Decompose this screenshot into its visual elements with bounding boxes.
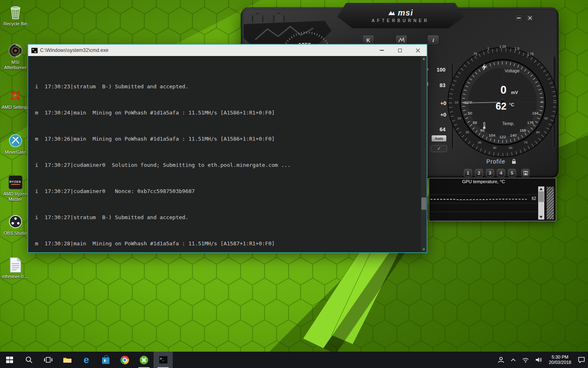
desktop-icon-amd-settings[interactable]: AMD Settings [0,88,31,110]
action-center-button[interactable] [575,352,588,368]
thermometer-icon [483,122,486,129]
profile-button-3[interactable]: 3 [486,169,494,177]
volume-button[interactable] [532,352,545,368]
system-tray: 5:30 PM 20/03/2018 [494,352,588,368]
gauge-scale-label: 32°F [464,100,472,105]
profile-button-4[interactable]: 4 [497,169,505,177]
save-profile-button[interactable] [521,169,530,177]
desktop-icon-obs-studio[interactable]: OBS Studio [0,213,31,236]
cmd-title: C:\Windows\system32\cmd.exe [40,47,373,53]
start-button[interactable] [0,352,19,368]
monitor-scrollbar[interactable] [538,186,544,220]
taskbar: e [0,352,588,368]
gauge-scale-label: 80 [536,130,540,134]
edge-icon: e [84,356,89,364]
cmd-close-button[interactable] [409,45,427,56]
desktop-icon-label: MinerGate [0,150,31,155]
afterburner-minimize-button[interactable] [514,14,523,22]
scroll-down-icon[interactable] [539,216,543,218]
task-view-icon [44,356,52,364]
cmd-taskbar-button[interactable] [154,352,173,368]
afterburner-close-button[interactable] [526,14,535,22]
gauge-scale-label: 1.25 [499,45,506,49]
desktop-icon-label: MSI Afterburner [0,60,31,70]
profile-button-1[interactable]: 1 [464,169,472,177]
desktop-icon-ethminer[interactable]: ethminer-0.... [0,257,31,279]
file-explorer-button[interactable] [58,352,77,368]
lock-icon [512,159,516,164]
desktop-icon-label: Recycle Bin [0,21,31,27]
lightning-icon [482,63,487,71]
console-line: m 17:30:24|main Mining on PoWhash #1d1a5… [32,110,419,116]
info-button[interactable]: i [427,35,439,45]
scroll-up-icon[interactable] [539,188,543,190]
desktop-icon-recycle-bin[interactable]: Recycle Bin [0,4,31,27]
search-button[interactable] [19,352,38,368]
desktop-icon-label: ethminer-0.... [0,274,31,279]
tray-expand-button[interactable] [508,352,519,368]
monitor-scrollbar-thumb[interactable] [539,191,544,202]
chrome-button[interactable] [115,352,134,368]
cmd-minimize-button[interactable] [373,45,391,56]
desktop-icon-amd-ryzen-master[interactable]: RYZEN AMD Ryzen Master [0,174,31,202]
scroll-down-icon[interactable] [423,249,425,251]
windows-logo-icon [6,357,13,364]
close-icon [416,48,420,53]
temp-label: Temp. [502,121,514,126]
voltage-unit: mV [511,90,518,95]
temp-value: 62 [496,101,507,112]
terminal-icon [159,356,168,364]
gauge-scale-label: 50 [468,110,472,115]
console-line: i 17:30:27|cudaminer0 Solution found; Su… [32,162,419,168]
volume-icon [535,357,542,363]
minergate-icon [0,132,31,149]
voltage-label: Voltage [505,68,520,73]
store-button[interactable] [96,352,115,368]
search-icon [25,356,33,364]
msi-afterburner-icon [0,43,31,59]
minergate-taskbar-button[interactable] [134,352,154,368]
save-icon [523,171,528,175]
gauge-scale-label: 70 [524,140,528,144]
edge-button[interactable]: e [77,352,96,368]
gauge-scale-label: 68 [473,120,477,125]
desktop-icon-msi-afterburner[interactable]: MSI Afterburner [0,43,31,70]
folder-icon [63,356,72,364]
cmd-titlebar[interactable]: C:\Windows\system32\cmd.exe [28,45,427,56]
tray-clock[interactable]: 5:30 PM 20/03/2018 [545,355,575,365]
gauge-scale-label: .75 [472,52,477,56]
store-icon [102,357,109,364]
cmd-app-icon [31,48,38,53]
desktop: Recycle Bin MSI Afterburner AMD Settings… [0,0,588,368]
profile-button-2[interactable]: 2 [475,169,483,177]
console-line: i 17:30:23|stratum B-) Submitted and acc… [32,83,419,90]
gauge-scale-label: 158 [519,128,526,132]
monitor-resize-grip[interactable] [546,186,554,220]
gauge-scale-label: 20 [457,116,461,120]
console-line: i 17:30:27|cudaminer0 Nonce: 0xb7cc59875… [32,188,419,195]
voltage-value: 0 [500,84,506,96]
gauge-scale-label: 1.75 [527,52,534,56]
minimize-icon [380,50,384,51]
file-icon [0,257,31,273]
cmd-maximize-button[interactable] [391,45,409,56]
task-view-button[interactable] [38,352,58,368]
profile-button-5[interactable]: 5 [508,169,516,177]
people-button[interactable] [494,352,508,368]
gauge-scale-label: 194 [532,110,539,115]
console-line: m 17:30:26|main Mining on PoWhash #1d1a5… [32,136,419,142]
cmd-scrollbar[interactable] [421,56,427,252]
obs-studio-icon [0,213,31,230]
desktop-icon-minergate[interactable]: MinerGate [0,132,31,155]
cmd-scrollbar-thumb[interactable] [421,197,426,210]
network-button[interactable] [519,352,532,368]
hardware-monitor-panel: GPU temperature, °C 62 [429,178,556,221]
console-output[interactable]: i 17:30:23|stratum B-) Submitted and acc… [28,56,421,252]
gauge-scale-label: 122 [499,135,506,139]
gauge-scale-label: 176 [527,120,534,125]
gauge-scale-label: 140 [510,132,517,137]
gauge-scale-label: 104 [489,132,495,137]
tray-time: 5:30 PM [549,355,571,360]
ryzen-icon-text: RYZEN [9,180,21,183]
scroll-up-icon[interactable] [423,58,425,60]
